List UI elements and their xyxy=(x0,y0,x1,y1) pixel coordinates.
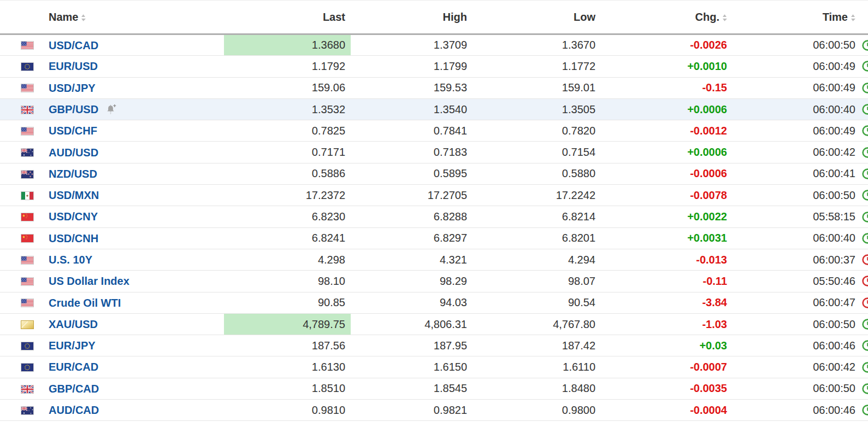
instrument-cell: AUD/USD xyxy=(0,142,224,163)
instrument-link[interactable]: AUD/USD xyxy=(49,147,98,159)
instrument-cell: AUD/CAD xyxy=(0,400,224,421)
chg-cell: -0.11 xyxy=(601,271,733,292)
quote-row[interactable]: XAU/USD 4,789.75 4,806.31 4,767.80 -1.03… xyxy=(0,313,868,335)
instrument-link[interactable]: EUR/JPY xyxy=(49,340,96,352)
us-flag-icon xyxy=(21,277,34,286)
time-cell: 06:00:40 xyxy=(733,98,861,120)
quote-row[interactable]: Crude Oil WTI 90.85 94.03 90.54 -3.84 06… xyxy=(0,292,868,313)
chg-cell: -0.0012 xyxy=(601,120,733,142)
sort-arrows-icon[interactable] xyxy=(81,14,86,22)
last-cell: 4,789.75 xyxy=(224,313,351,335)
clock-closed-icon xyxy=(862,276,868,286)
chg-cell: -0.15 xyxy=(601,77,733,98)
instrument-link[interactable]: USD/CNH xyxy=(49,232,98,244)
instrument-link[interactable]: US Dollar Index xyxy=(49,276,129,288)
last-cell: 0.7171 xyxy=(224,142,351,163)
high-cell: 0.9821 xyxy=(351,400,473,421)
instrument-link[interactable]: XAU/USD xyxy=(49,318,98,330)
last-cell: 6.8241 xyxy=(224,227,351,249)
eu-flag-icon xyxy=(21,62,34,71)
quote-row[interactable]: EUR/USD 1.1792 1.1799 1.1772 +0.0010 06:… xyxy=(0,56,868,77)
instrument-link[interactable]: GBP/CAD xyxy=(49,383,99,395)
high-cell: 4,806.31 xyxy=(351,313,473,335)
column-header-last: Last xyxy=(224,1,351,34)
low-cell: 90.54 xyxy=(473,292,601,313)
instrument-link[interactable]: AUD/CAD xyxy=(49,404,99,416)
low-cell: 4,767.80 xyxy=(473,313,601,335)
instrument-cell: U.S. 10Y xyxy=(0,249,224,270)
quote-row[interactable]: EUR/CAD 1.6130 1.6150 1.6110 -0.0007 06:… xyxy=(0,356,868,378)
quote-row[interactable]: USD/CNY 6.8230 6.8288 6.8214 +0.0022 05:… xyxy=(0,206,868,227)
chg-cell: -0.0026 xyxy=(601,34,733,56)
chg-cell: -0.0007 xyxy=(601,356,733,378)
time-cell: 06:00:46 xyxy=(733,400,861,421)
chg-cell: +0.0006 xyxy=(601,142,733,163)
column-header-time[interactable]: Time xyxy=(733,1,861,34)
quote-row[interactable]: NZD/USD 0.5886 0.5895 0.5880 -0.0006 06:… xyxy=(0,163,868,184)
instrument-cell: EUR/JPY xyxy=(0,335,224,356)
instrument-cell: USD/CNH xyxy=(0,227,224,249)
instrument-link[interactable]: EUR/CAD xyxy=(49,361,98,373)
quote-row[interactable]: USD/CHF 0.7825 0.7841 0.7820 -0.0012 06:… xyxy=(0,120,868,142)
time-cell: 06:00:50 xyxy=(733,34,861,56)
quote-row[interactable]: USD/JPY 159.06 159.53 159.01 -0.15 06:00… xyxy=(0,77,868,98)
column-header-chg-label: Chg. xyxy=(695,11,719,23)
low-cell: 98.07 xyxy=(473,271,601,292)
time-cell: 06:00:41 xyxy=(733,163,861,184)
time-cell: 06:00:49 xyxy=(733,77,861,98)
instrument-link[interactable]: Crude Oil WTI xyxy=(49,297,121,309)
chg-cell: +0.0031 xyxy=(601,227,733,249)
sort-arrows-icon[interactable] xyxy=(722,14,727,22)
last-cell: 0.9810 xyxy=(224,400,351,421)
instrument-link[interactable]: NZD/USD xyxy=(49,168,97,180)
clock-cell xyxy=(861,249,868,270)
high-cell: 159.53 xyxy=(351,77,473,98)
high-cell: 6.8288 xyxy=(351,206,473,227)
quote-row[interactable]: AUD/USD 0.7171 0.7183 0.7154 +0.0006 06:… xyxy=(0,142,868,163)
time-cell: 06:00:49 xyxy=(733,56,861,77)
quote-row[interactable]: GBP/USD 1.3532 1.3540 1.3505 +0.0006 06:… xyxy=(0,98,868,120)
instrument-link[interactable]: USD/JPY xyxy=(49,82,96,94)
cn-flag-icon xyxy=(21,213,34,221)
clock-closed-icon xyxy=(862,297,868,308)
time-cell: 06:00:50 xyxy=(733,313,861,335)
instrument-link[interactable]: EUR/USD xyxy=(49,61,98,73)
clock-open-icon xyxy=(862,168,868,179)
clock-cell xyxy=(861,142,868,163)
quote-row[interactable]: USD/CAD 1.3680 1.3709 1.3670 -0.0026 06:… xyxy=(0,34,868,56)
clock-cell xyxy=(861,77,868,98)
bell-plus-icon[interactable] xyxy=(105,104,118,115)
low-cell: 159.01 xyxy=(473,77,601,98)
clock-cell xyxy=(861,313,868,335)
high-cell: 4.321 xyxy=(351,249,473,270)
instrument-link[interactable]: USD/CAD xyxy=(49,39,98,51)
quote-row[interactable]: GBP/CAD 1.8510 1.8545 1.8480 -0.0035 06:… xyxy=(0,378,868,399)
instrument-link[interactable]: GBP/USD xyxy=(49,103,98,115)
clock-cell xyxy=(861,227,868,249)
chg-cell: +0.0006 xyxy=(601,98,733,120)
column-header-chg[interactable]: Chg. xyxy=(601,1,733,34)
clock-open-icon xyxy=(862,319,868,330)
instrument-cell: NZD/USD xyxy=(0,163,224,184)
low-cell: 1.8480 xyxy=(473,378,601,399)
eu-flag-icon xyxy=(21,342,34,350)
instrument-link[interactable]: USD/CHF xyxy=(49,125,97,137)
instrument-cell: USD/MXN xyxy=(0,185,224,206)
quote-row[interactable]: US Dollar Index 98.10 98.29 98.07 -0.11 … xyxy=(0,271,868,292)
quote-row[interactable]: USD/MXN 17.2372 17.2705 17.2242 -0.0078 … xyxy=(0,185,868,206)
quote-row[interactable]: EUR/JPY 187.56 187.95 187.42 +0.03 06:00… xyxy=(0,335,868,356)
quote-row[interactable]: USD/CNH 6.8241 6.8297 6.8201 +0.0031 06:… xyxy=(0,227,868,249)
quote-row[interactable]: AUD/CAD 0.9810 0.9821 0.9800 -0.0004 06:… xyxy=(0,400,868,421)
instrument-link[interactable]: U.S. 10Y xyxy=(49,254,92,266)
last-cell: 6.8230 xyxy=(224,206,351,227)
instrument-link[interactable]: USD/MXN xyxy=(49,189,99,201)
sort-arrows-icon[interactable] xyxy=(851,14,855,22)
instrument-cell: USD/CAD xyxy=(0,34,224,56)
quote-row[interactable]: U.S. 10Y 4.298 4.321 4.294 -0.013 06:00:… xyxy=(0,249,868,270)
us-flag-icon xyxy=(21,84,34,92)
column-header-clock xyxy=(861,1,868,34)
column-header-name[interactable]: Name xyxy=(0,1,224,34)
high-cell: 1.3709 xyxy=(351,34,473,56)
instrument-link[interactable]: USD/CNY xyxy=(49,211,98,223)
low-cell: 187.42 xyxy=(473,335,601,356)
